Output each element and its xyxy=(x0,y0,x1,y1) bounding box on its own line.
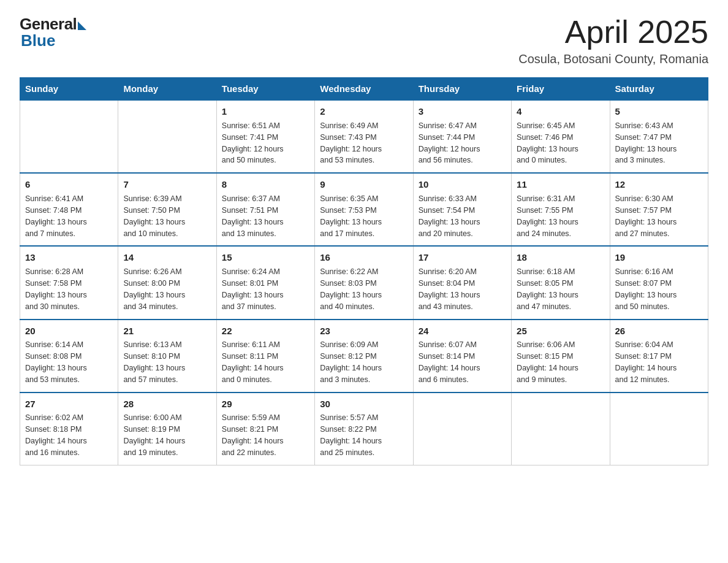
calendar-day-22: 22Sunrise: 6:11 AMSunset: 8:11 PMDayligh… xyxy=(216,320,314,393)
day-info: Sunrise: 6:51 AMSunset: 7:41 PMDaylight:… xyxy=(222,121,284,165)
logo-arrow-icon xyxy=(78,21,86,30)
logo: General Blue xyxy=(20,15,86,50)
day-number: 26 xyxy=(615,324,703,338)
day-info: Sunrise: 6:22 AMSunset: 8:03 PMDaylight:… xyxy=(320,267,382,311)
calendar-day-19: 19Sunrise: 6:16 AMSunset: 8:07 PMDayligh… xyxy=(610,246,708,319)
day-info: Sunrise: 6:45 AMSunset: 7:46 PMDaylight:… xyxy=(517,121,578,165)
calendar-day-28: 28Sunrise: 6:00 AMSunset: 8:19 PMDayligh… xyxy=(118,393,216,465)
day-info: Sunrise: 6:04 AMSunset: 8:17 PMDaylight:… xyxy=(615,340,677,384)
weekday-header-monday: Monday xyxy=(118,78,216,101)
day-info: Sunrise: 6:00 AMSunset: 8:19 PMDaylight:… xyxy=(123,413,185,457)
day-number: 9 xyxy=(320,178,408,191)
calendar-empty-cell xyxy=(20,100,118,173)
calendar-day-6: 6Sunrise: 6:41 AMSunset: 7:48 PMDaylight… xyxy=(20,173,118,246)
calendar-week-row: 20Sunrise: 6:14 AMSunset: 8:08 PMDayligh… xyxy=(20,320,708,393)
day-number: 27 xyxy=(25,397,113,411)
calendar-empty-cell xyxy=(512,393,610,465)
calendar-day-30: 30Sunrise: 5:57 AMSunset: 8:22 PMDayligh… xyxy=(315,393,413,465)
calendar-day-27: 27Sunrise: 6:02 AMSunset: 8:18 PMDayligh… xyxy=(20,393,118,465)
day-info: Sunrise: 6:26 AMSunset: 8:00 PMDaylight:… xyxy=(123,267,185,311)
calendar-day-20: 20Sunrise: 6:14 AMSunset: 8:08 PMDayligh… xyxy=(20,320,118,393)
calendar-day-14: 14Sunrise: 6:26 AMSunset: 8:00 PMDayligh… xyxy=(118,246,216,319)
day-info: Sunrise: 6:16 AMSunset: 8:07 PMDaylight:… xyxy=(615,267,677,311)
calendar-title: April 2025 xyxy=(518,15,708,50)
day-number: 10 xyxy=(419,178,506,191)
day-number: 5 xyxy=(615,105,703,118)
day-info: Sunrise: 6:31 AMSunset: 7:55 PMDaylight:… xyxy=(517,194,578,238)
day-info: Sunrise: 6:07 AMSunset: 8:14 PMDaylight:… xyxy=(419,340,480,384)
day-info: Sunrise: 6:13 AMSunset: 8:10 PMDaylight:… xyxy=(123,340,185,384)
day-number: 25 xyxy=(517,324,604,338)
weekday-header-row: SundayMondayTuesdayWednesdayThursdayFrid… xyxy=(20,78,708,101)
day-info: Sunrise: 6:37 AMSunset: 7:51 PMDaylight:… xyxy=(222,194,284,238)
day-number: 1 xyxy=(222,105,309,118)
day-info: Sunrise: 5:57 AMSunset: 8:22 PMDaylight:… xyxy=(320,413,382,457)
calendar-day-29: 29Sunrise: 5:59 AMSunset: 8:21 PMDayligh… xyxy=(216,393,314,465)
calendar-empty-cell xyxy=(413,393,511,465)
day-info: Sunrise: 6:30 AMSunset: 7:57 PMDaylight:… xyxy=(615,194,677,238)
calendar-day-16: 16Sunrise: 6:22 AMSunset: 8:03 PMDayligh… xyxy=(315,246,413,319)
day-number: 18 xyxy=(517,251,604,264)
calendar-week-row: 27Sunrise: 6:02 AMSunset: 8:18 PMDayligh… xyxy=(20,393,708,465)
day-info: Sunrise: 6:20 AMSunset: 8:04 PMDaylight:… xyxy=(419,267,480,311)
day-info: Sunrise: 6:02 AMSunset: 8:18 PMDaylight:… xyxy=(25,413,87,457)
day-info: Sunrise: 6:39 AMSunset: 7:50 PMDaylight:… xyxy=(123,194,185,238)
day-number: 21 xyxy=(123,324,211,338)
calendar-day-13: 13Sunrise: 6:28 AMSunset: 7:58 PMDayligh… xyxy=(20,246,118,319)
day-info: Sunrise: 6:28 AMSunset: 7:58 PMDaylight:… xyxy=(25,267,87,311)
calendar-day-21: 21Sunrise: 6:13 AMSunset: 8:10 PMDayligh… xyxy=(118,320,216,393)
calendar-week-row: 6Sunrise: 6:41 AMSunset: 7:48 PMDaylight… xyxy=(20,173,708,246)
calendar-day-25: 25Sunrise: 6:06 AMSunset: 8:15 PMDayligh… xyxy=(512,320,610,393)
day-number: 3 xyxy=(419,105,506,118)
day-info: Sunrise: 6:09 AMSunset: 8:12 PMDaylight:… xyxy=(320,340,382,384)
weekday-header-friday: Friday xyxy=(512,78,610,101)
calendar-day-3: 3Sunrise: 6:47 AMSunset: 7:44 PMDaylight… xyxy=(413,100,511,173)
weekday-header-thursday: Thursday xyxy=(413,78,511,101)
day-info: Sunrise: 6:43 AMSunset: 7:47 PMDaylight:… xyxy=(615,121,677,165)
calendar-day-12: 12Sunrise: 6:30 AMSunset: 7:57 PMDayligh… xyxy=(610,173,708,246)
calendar-day-11: 11Sunrise: 6:31 AMSunset: 7:55 PMDayligh… xyxy=(512,173,610,246)
day-number: 17 xyxy=(419,251,506,264)
day-number: 22 xyxy=(222,324,309,338)
day-info: Sunrise: 6:11 AMSunset: 8:11 PMDaylight:… xyxy=(222,340,284,384)
day-number: 16 xyxy=(320,251,408,264)
day-info: Sunrise: 6:06 AMSunset: 8:15 PMDaylight:… xyxy=(517,340,578,384)
calendar-empty-cell xyxy=(610,393,708,465)
calendar-day-5: 5Sunrise: 6:43 AMSunset: 7:47 PMDaylight… xyxy=(610,100,708,173)
day-number: 15 xyxy=(222,251,309,264)
day-number: 28 xyxy=(123,397,211,411)
weekday-header-sunday: Sunday xyxy=(20,78,118,101)
day-number: 14 xyxy=(123,251,211,264)
day-info: Sunrise: 6:35 AMSunset: 7:53 PMDaylight:… xyxy=(320,194,382,238)
day-number: 23 xyxy=(320,324,408,338)
day-number: 29 xyxy=(222,397,309,411)
calendar-day-24: 24Sunrise: 6:07 AMSunset: 8:14 PMDayligh… xyxy=(413,320,511,393)
day-info: Sunrise: 6:41 AMSunset: 7:48 PMDaylight:… xyxy=(25,194,87,238)
day-info: Sunrise: 6:49 AMSunset: 7:43 PMDaylight:… xyxy=(320,121,382,165)
day-number: 11 xyxy=(517,178,604,191)
calendar-week-row: 13Sunrise: 6:28 AMSunset: 7:58 PMDayligh… xyxy=(20,246,708,319)
day-number: 7 xyxy=(123,178,211,191)
day-number: 13 xyxy=(25,251,113,264)
day-number: 24 xyxy=(419,324,506,338)
day-number: 20 xyxy=(25,324,113,338)
logo-blue-text: Blue xyxy=(21,31,55,50)
calendar-day-15: 15Sunrise: 6:24 AMSunset: 8:01 PMDayligh… xyxy=(216,246,314,319)
day-info: Sunrise: 6:47 AMSunset: 7:44 PMDaylight:… xyxy=(419,121,480,165)
title-block: April 2025 Cosula, Botosani County, Roma… xyxy=(518,15,708,66)
day-number: 30 xyxy=(320,397,408,411)
day-info: Sunrise: 6:14 AMSunset: 8:08 PMDaylight:… xyxy=(25,340,87,384)
calendar-empty-cell xyxy=(118,100,216,173)
weekday-header-tuesday: Tuesday xyxy=(216,78,314,101)
day-number: 8 xyxy=(222,178,309,191)
day-info: Sunrise: 6:18 AMSunset: 8:05 PMDaylight:… xyxy=(517,267,578,311)
weekday-header-wednesday: Wednesday xyxy=(315,78,413,101)
day-number: 4 xyxy=(517,105,604,118)
calendar-day-9: 9Sunrise: 6:35 AMSunset: 7:53 PMDaylight… xyxy=(315,173,413,246)
day-info: Sunrise: 6:33 AMSunset: 7:54 PMDaylight:… xyxy=(419,194,480,238)
calendar-week-row: 1Sunrise: 6:51 AMSunset: 7:41 PMDaylight… xyxy=(20,100,708,173)
day-info: Sunrise: 5:59 AMSunset: 8:21 PMDaylight:… xyxy=(222,413,284,457)
calendar-day-10: 10Sunrise: 6:33 AMSunset: 7:54 PMDayligh… xyxy=(413,173,511,246)
calendar-table: SundayMondayTuesdayWednesdayThursdayFrid… xyxy=(20,77,708,465)
day-number: 2 xyxy=(320,105,408,118)
